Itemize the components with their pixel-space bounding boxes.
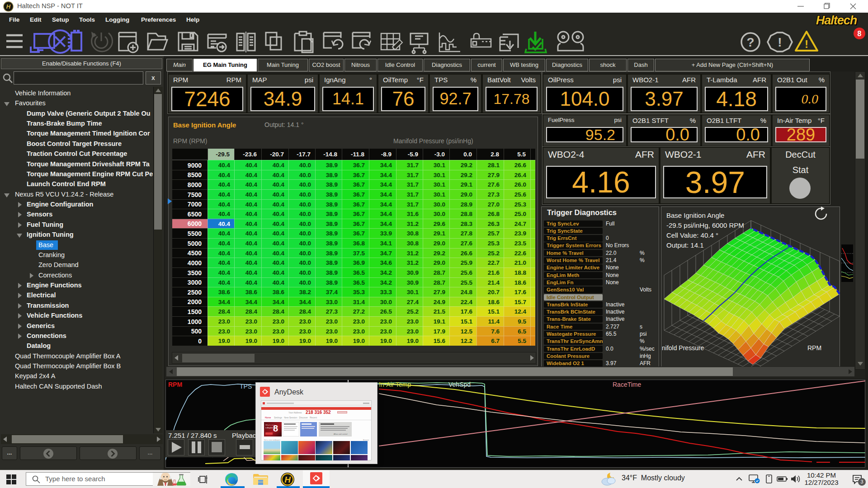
svg-text:!: ! bbox=[805, 38, 808, 50]
svg-text:H: H bbox=[284, 475, 291, 484]
svg-text:H: H bbox=[6, 3, 11, 10]
svg-text:!: ! bbox=[778, 35, 782, 49]
svg-text:8: 8 bbox=[858, 30, 862, 38]
svg-text:?: ? bbox=[746, 35, 754, 49]
